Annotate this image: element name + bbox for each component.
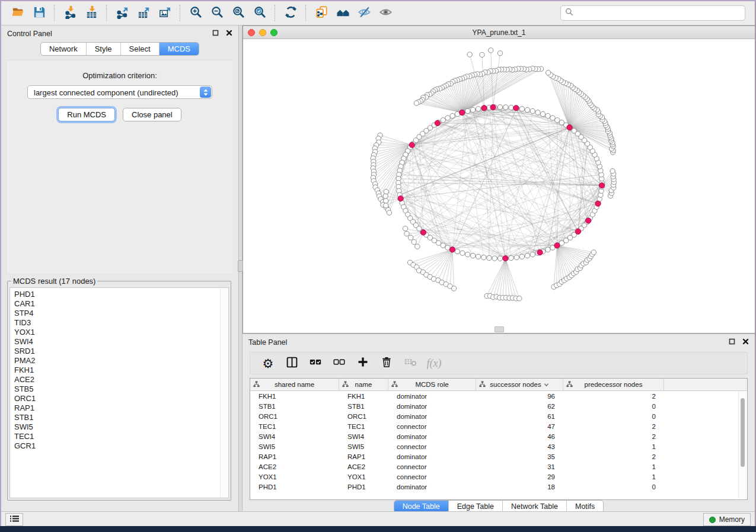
zoom-in-button[interactable] [185, 4, 206, 22]
table-scrollbar[interactable] [738, 391, 747, 499]
table-row[interactable]: PHD1PHD1dominator180 [250, 482, 747, 492]
vertical-splitter[interactable] [238, 25, 243, 511]
mcds-node-item[interactable]: STB5 [14, 384, 228, 394]
table-cell: PHD1 [250, 483, 339, 491]
table-row[interactable]: SWI5SWI5connector431 [250, 441, 747, 451]
save-session-button[interactable] [28, 4, 50, 22]
network-window-titlebar[interactable]: YPA_prune.txt_1 [243, 26, 755, 39]
mcds-node-item[interactable]: STB1 [14, 413, 228, 422]
run-mcds-button[interactable]: Run MCDS [58, 108, 115, 121]
open-file-button[interactable] [7, 4, 28, 22]
show-all-button[interactable] [375, 4, 396, 22]
refresh-network-button[interactable] [280, 4, 301, 22]
mcds-node-item[interactable]: STP4 [14, 309, 228, 318]
checked-boxes-icon [309, 355, 322, 371]
zoom-fit-button[interactable] [228, 4, 249, 22]
mcds-node-item[interactable]: ACE2 [14, 375, 228, 384]
mcds-node-item[interactable]: TID3 [14, 318, 228, 328]
criterion-selected-value: largest connected component (undirected) [34, 88, 178, 97]
network-graph[interactable] [243, 39, 755, 333]
close-window-icon[interactable] [248, 29, 255, 36]
table-options-button[interactable]: ⚙ [256, 354, 280, 372]
tab-mcds[interactable]: MCDS [159, 43, 199, 55]
column-header-MCDS-role[interactable]: MCDS role [388, 379, 476, 390]
search-field[interactable] [560, 5, 745, 21]
mcds-node-item[interactable]: FKH1 [14, 366, 228, 375]
deselect-all-button[interactable] [327, 354, 351, 372]
export-table-button[interactable] [133, 4, 154, 22]
tab-network-table[interactable]: Network Table [502, 501, 566, 512]
first-neighbors-button[interactable] [332, 4, 353, 22]
floppy-disk-icon [33, 5, 46, 21]
tab-edge-table[interactable]: Edge Table [448, 501, 502, 512]
table-row[interactable]: FKH1FKH1dominator962 [250, 391, 747, 401]
table-cell: dominator [388, 433, 476, 440]
tab-select[interactable]: Select [120, 43, 159, 55]
zoom-selected-button[interactable] [249, 4, 270, 22]
mcds-node-item[interactable]: SWI5 [14, 422, 228, 432]
hide-selected-button[interactable] [353, 4, 375, 22]
table-row[interactable]: SWI4SWI4dominator462 [250, 431, 747, 441]
memory-button[interactable]: Memory [703, 513, 751, 526]
close-panel-button[interactable]: Close panel [123, 108, 181, 121]
table-row[interactable]: STB1STB1dominator620 [250, 401, 747, 411]
network-canvas[interactable] [243, 39, 755, 333]
mcds-node-item[interactable]: SWI4 [14, 337, 228, 347]
add-column-button[interactable] [351, 354, 375, 372]
tab-node-table[interactable]: Node Table [394, 501, 448, 512]
show-panels-button[interactable] [5, 513, 23, 526]
mcds-node-item[interactable]: GCR1 [14, 441, 228, 451]
import-table-button[interactable] [81, 4, 102, 22]
minimize-window-icon[interactable] [259, 29, 266, 36]
float-panel-icon[interactable] [212, 30, 219, 38]
mcds-list-scrollbar[interactable] [220, 289, 228, 497]
column-header-successor-nodes[interactable]: successor nodes [476, 379, 563, 390]
mcds-node-item[interactable]: PMA2 [14, 356, 228, 366]
table-row[interactable]: RAP1RAP1dominator352 [250, 451, 747, 462]
show-columns-button[interactable] [280, 354, 304, 372]
export-image-button[interactable] [154, 4, 176, 22]
table-scrollbar-thumb[interactable] [741, 398, 745, 467]
mcds-node-item[interactable]: SRD1 [14, 347, 228, 356]
optimization-criterion-select[interactable]: largest connected component (undirected) [27, 85, 212, 99]
select-all-button[interactable] [304, 354, 327, 372]
close-panel-icon[interactable] [742, 338, 749, 347]
import-network-button[interactable] [59, 4, 81, 22]
tab-motifs[interactable]: Motifs [566, 501, 603, 512]
zoom-out-button[interactable] [206, 4, 228, 22]
maximize-window-icon[interactable] [270, 29, 277, 36]
duplicate-network-icon [315, 5, 328, 21]
column-header-predecessor-nodes[interactable]: predecessor nodes [563, 379, 664, 390]
duplicate-network-button[interactable] [311, 4, 332, 22]
close-panel-icon[interactable] [226, 30, 232, 38]
table-cell: YOX1 [339, 473, 388, 480]
splitter-handle[interactable] [238, 260, 243, 272]
export-network-button[interactable] [111, 4, 133, 22]
table-cell: FKH1 [250, 393, 339, 400]
export-table-icon [137, 5, 151, 21]
table-toolbar: ⚙ f(x) [250, 352, 748, 374]
network-window: YPA_prune.txt_1 [243, 25, 755, 334]
table-row[interactable]: ORC1ORC1dominator610 [250, 411, 747, 421]
mcds-node-item[interactable]: YOX1 [14, 328, 228, 337]
mcds-node-item[interactable]: TEC1 [14, 432, 228, 441]
column-header-shared-name[interactable]: shared name [250, 379, 339, 390]
mcds-node-item[interactable]: PHD1 [14, 290, 228, 299]
search-input[interactable] [577, 8, 741, 18]
plus-icon [357, 356, 369, 370]
delete-column-button[interactable] [375, 354, 398, 372]
mcds-node-item[interactable]: RAP1 [14, 403, 228, 413]
horizontal-splitter-handle[interactable] [495, 326, 504, 332]
float-panel-icon[interactable] [729, 338, 735, 347]
column-header-name[interactable]: name [339, 379, 388, 390]
mcds-result-list[interactable]: PHD1CAR1STP4TID3YOX1SWI4SRD1PMA2FKH1ACE2… [9, 287, 229, 498]
tab-network[interactable]: Network [41, 43, 86, 55]
tab-style[interactable]: Style [86, 43, 120, 55]
mcds-node-item[interactable]: CAR1 [14, 299, 228, 309]
table-row[interactable]: TEC1TEC1connector472 [250, 421, 747, 431]
mcds-node-item[interactable]: ORC1 [14, 394, 228, 403]
table-row[interactable]: YOX1YOX1connector291 [250, 472, 747, 482]
eye-icon [379, 5, 393, 21]
table-row[interactable]: ACE2ACE2connector311 [250, 462, 747, 472]
table-cell: STB1 [339, 403, 388, 410]
